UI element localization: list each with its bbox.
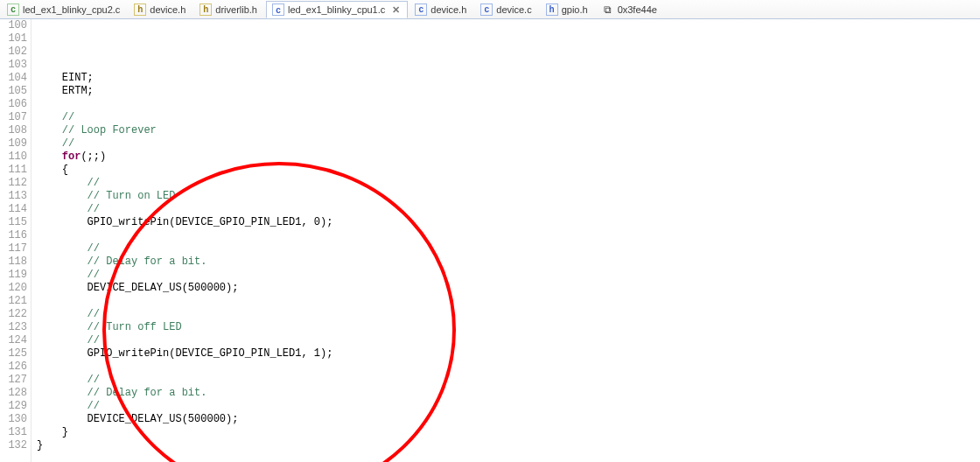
line-number: 122 [0,308,27,321]
code-line[interactable]: // [37,242,980,256]
code-line[interactable]: GPIO_writePin(DEVICE_GPIO_PIN_LED1, 1); [37,347,980,360]
line-number: 132 [0,439,27,452]
code-line[interactable] [37,229,980,242]
file-icon: c [480,4,493,16]
tab-label: device.h [150,4,186,15]
line-number: 130 [0,413,27,426]
tab-label: device.c [496,4,531,15]
editor-tab-0[interactable]: cled_ex1_blinky_cpu2.c [2,2,127,18]
editor-tab-5[interactable]: cdevice.c [475,2,538,18]
line-number: 115 [0,216,27,229]
code-line[interactable]: } [37,439,980,452]
line-number: 113 [0,190,27,203]
line-number: 100 [0,19,27,32]
code-line[interactable]: // [37,137,980,150]
tab-label: led_ex1_blinky_cpu2.c [23,4,120,15]
line-number: 121 [0,295,27,308]
file-icon: c [272,4,284,16]
file-icon: c [7,4,19,16]
close-icon[interactable]: ✕ [392,4,400,16]
line-number: 125 [0,347,27,360]
line-number: 109 [0,137,27,150]
code-line[interactable] [37,295,980,308]
code-line[interactable]: // [37,308,980,321]
code-line[interactable]: // Delay for a bit. [37,256,980,269]
code-line[interactable]: } [37,426,980,439]
editor-tab-4[interactable]: cdevice.h [410,2,473,18]
line-number: 103 [0,59,27,72]
code-line[interactable] [37,98,980,111]
code-line[interactable]: ERTM; [37,85,980,98]
line-number: 118 [0,256,27,269]
file-icon: h [546,4,558,16]
editor-tab-3[interactable]: cled_ex1_blinky_cpu1.c✕ [266,1,408,18]
line-number: 111 [0,164,27,177]
code-line[interactable]: DEVICE_DELAY_US(500000); [37,282,980,295]
code-line[interactable] [37,360,980,374]
line-number: 129 [0,400,27,413]
tab-label: gpio.h [562,4,588,15]
line-number: 116 [0,229,27,242]
code-line[interactable]: // Turn off LED [37,321,980,334]
code-line[interactable]: // [37,334,980,347]
editor-tab-2[interactable]: hdriverlib.h [194,2,264,18]
code-editor[interactable]: 1001011021031041051061071081091101111121… [0,19,980,462]
code-line[interactable]: // [37,111,980,124]
line-number: 108 [0,124,27,137]
tab-label: led_ex1_blinky_cpu1.c [288,4,385,15]
code-line[interactable]: // Delay for a bit. [37,387,980,400]
tab-label: driverlib.h [215,4,257,15]
line-number: 105 [0,85,27,98]
code-line[interactable] [37,452,980,462]
tab-label: 0x3fe44e [618,4,657,15]
code-line[interactable]: // [37,203,980,216]
code-line[interactable]: DEVICE_DELAY_US(500000); [37,413,980,426]
line-number: 102 [0,46,27,59]
editor-tab-bar: cled_ex1_blinky_cpu2.chdevice.hhdriverli… [0,0,980,19]
line-number: 114 [0,203,27,216]
tab-label: device.h [430,4,466,15]
code-line[interactable]: // [37,400,980,413]
line-number: 112 [0,177,27,190]
line-number: 119 [0,269,27,282]
code-line[interactable]: // [37,269,980,282]
line-number: 127 [0,374,27,387]
editor-tab-7[interactable]: ⧉0x3fe44e [597,2,664,18]
file-icon: ⧉ [602,4,614,16]
line-number: 101 [0,32,27,46]
editor-tab-1[interactable]: hdevice.h [129,2,192,18]
code-line[interactable]: // [37,177,980,190]
line-number: 128 [0,387,27,400]
code-line[interactable]: // Turn on LED [37,190,980,203]
code-line[interactable]: { [37,164,980,177]
code-line[interactable]: // [37,374,980,387]
code-line[interactable]: GPIO_writePin(DEVICE_GPIO_PIN_LED1, 0); [37,216,980,229]
line-number: 110 [0,150,27,164]
code-line[interactable]: // Loop Forever [37,124,980,137]
line-number: 131 [0,426,27,439]
line-number: 106 [0,98,27,111]
editor-tab-6[interactable]: hgpio.h [541,2,595,18]
code-area[interactable]: EINT; ERTM; // // Loop Forever // for(;;… [32,19,980,462]
line-number: 107 [0,111,27,124]
line-number: 126 [0,360,27,374]
line-number-gutter: 1001011021031041051061071081091101111121… [0,19,32,462]
line-number: 124 [0,334,27,347]
line-number: 104 [0,72,27,85]
code-line[interactable]: for(;;) [37,150,980,164]
line-number: 120 [0,282,27,295]
file-icon: h [200,4,212,16]
line-number: 123 [0,321,27,334]
code-line[interactable]: EINT; [37,72,980,85]
file-icon: c [415,4,427,16]
file-icon: h [134,4,146,16]
line-number: 117 [0,242,27,256]
